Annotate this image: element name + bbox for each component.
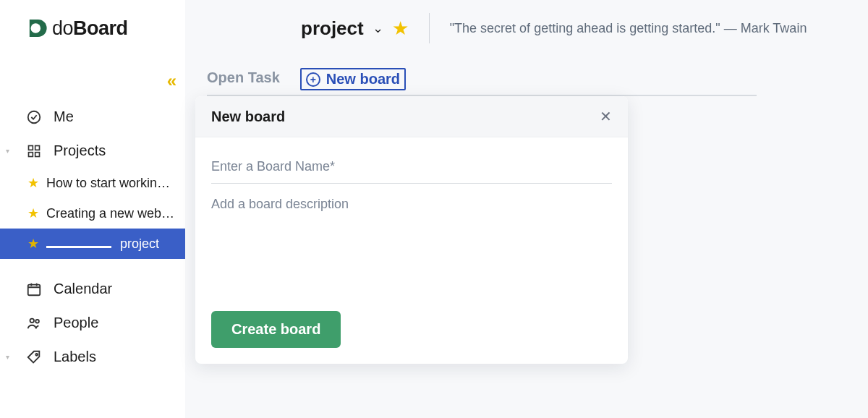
divider [429, 13, 430, 43]
nav-people-label: People [54, 315, 98, 331]
svg-rect-4 [29, 152, 33, 156]
tab-new-board[interactable]: + New board [300, 68, 406, 90]
project-item-label: Creating a new web… [46, 206, 174, 221]
tag-icon [26, 349, 42, 365]
nav-me[interactable]: Me [0, 100, 185, 134]
svg-rect-2 [29, 145, 33, 150]
svg-rect-3 [35, 145, 40, 150]
star-icon: ★ [27, 236, 39, 252]
nav-projects[interactable]: ▾ Projects [0, 134, 185, 168]
star-icon: ★ [27, 205, 39, 221]
svg-rect-6 [28, 284, 41, 295]
project-item[interactable]: ★ Creating a new web… [0, 198, 185, 229]
caret-down-icon: ▾ [6, 353, 9, 361]
sidebar: doBoard « Me ▾ Projects ★ How to start w… [0, 0, 185, 418]
star-icon[interactable]: ★ [392, 17, 409, 40]
caret-down-icon: ▾ [6, 147, 9, 155]
main: project ⌄ ★ "The secret of getting ahead… [185, 0, 868, 418]
project-list: ★ How to start workin… ★ Creating a new … [0, 168, 185, 259]
grid-icon [26, 143, 42, 159]
logo[interactable]: doBoard [0, 0, 185, 56]
close-icon[interactable]: ✕ [600, 108, 612, 125]
nav-projects-label: Projects [54, 142, 106, 159]
nav-calendar-label: Calendar [54, 281, 112, 297]
project-title-block: project ⌄ ★ [301, 17, 409, 40]
topbar: project ⌄ ★ "The secret of getting ahead… [185, 0, 868, 56]
create-board-button[interactable]: Create board [211, 311, 341, 348]
project-item-active[interactable]: ★ project [0, 229, 185, 259]
quote-text: "The secret of getting ahead is getting … [450, 21, 807, 36]
project-title: project [301, 17, 364, 40]
project-item[interactable]: ★ How to start workin… [0, 168, 185, 198]
svg-point-7 [30, 318, 35, 323]
collapse-sidebar-icon[interactable]: « [167, 71, 176, 91]
chevron-down-icon[interactable]: ⌄ [373, 20, 383, 36]
nav-labels-label: Labels [54, 349, 96, 365]
people-icon [26, 315, 42, 331]
nav-labels[interactable]: ▾ Labels [0, 340, 185, 374]
project-item-label: project [120, 236, 159, 252]
check-circle-icon [26, 109, 42, 125]
calendar-icon [26, 281, 42, 297]
nav-calendar[interactable]: Calendar [0, 272, 185, 306]
nav-me-label: Me [54, 108, 74, 125]
tabs: Open Task + New board [207, 68, 757, 96]
svg-point-8 [35, 319, 39, 323]
plus-circle-icon: + [306, 72, 320, 87]
board-description-input[interactable] [211, 184, 612, 292]
new-board-modal: New board ✕ Create board [195, 96, 628, 364]
svg-point-0 [31, 23, 41, 33]
logo-text: doBoard [52, 17, 128, 40]
modal-title: New board [211, 108, 285, 125]
redacted-bar [46, 246, 111, 248]
nav-people[interactable]: People [0, 306, 185, 340]
tab-open-task[interactable]: Open Task [207, 69, 280, 93]
svg-point-9 [35, 353, 38, 355]
project-item-label: How to start workin… [46, 176, 170, 191]
logo-icon [25, 16, 49, 40]
board-name-input[interactable] [211, 153, 612, 184]
svg-rect-5 [35, 152, 40, 156]
modal-header: New board ✕ [195, 96, 628, 137]
tab-new-board-label: New board [326, 71, 400, 88]
svg-point-1 [28, 111, 41, 123]
star-icon: ★ [27, 175, 39, 191]
